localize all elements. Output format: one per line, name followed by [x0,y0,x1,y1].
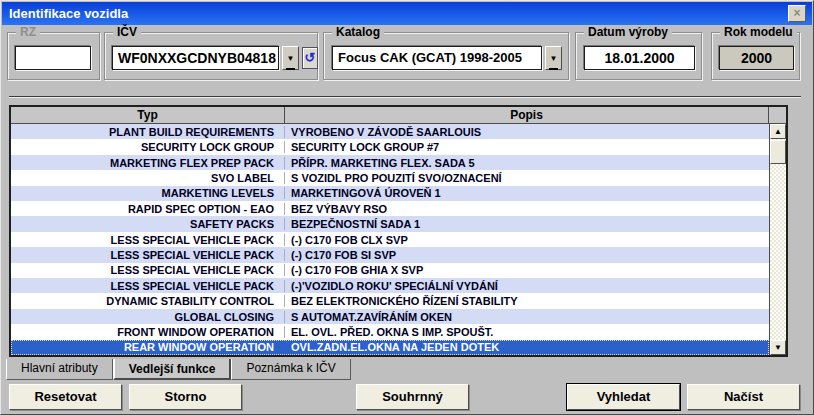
storno-button[interactable]: Storno [129,384,242,410]
cell-popis: BEZPEČNOSTNÍ SADA 1 [285,218,769,230]
rok-modelu-group: Rok modelu 2000 [711,32,800,80]
nacist-button[interactable]: Načíst [687,384,800,410]
rz-label: RZ [16,25,40,39]
scrollbar-track[interactable] [770,164,786,340]
table-row[interactable]: SVO LABELS VOZIDL PRO POUZITÍ SVO/OZNACE… [11,170,769,185]
window-title: Identifikace vozidla [9,6,128,21]
cell-popis: OVL.ZADN.EL.OKNA NA JEDEN DOTEK [285,341,769,353]
icv-history-button[interactable]: ↺ [302,47,318,69]
cell-popis: PŘÍPR. MARKETING FLEX. SADA 5 [285,157,769,169]
table-header: Typ Popis [11,107,786,124]
cell-popis: (-) C170 FOB GHIA X SVP [285,264,769,276]
cell-typ: GLOBAL CLOSING [11,311,285,323]
cell-popis: (-)'VOZIDLO ROKU' SPECIÁLNÍ VYDÁNÍ [285,280,769,292]
katalog-label: Katalog [332,25,384,39]
attributes-table: Typ Popis PLANT BUILD REQUIREMENTSVYROBE… [9,105,788,357]
rok-modelu-label: Rok modelu [720,25,797,39]
vyhledat-button[interactable]: Vyhledat [567,384,680,410]
cell-popis: (-) C170 FOB SI SVP [285,249,769,261]
column-header-popis[interactable]: Popis [285,107,769,123]
cell-popis: MARKETINGOVÁ ÚROVEŇ 1 [285,187,769,199]
table-row[interactable]: LESS SPECIAL VEHICLE PACK(-) C170 FOB SI… [11,247,769,262]
tab-bar: Hlavní atributy Vedlejší funkce Poznámka… [6,359,351,380]
cell-typ: PLANT BUILD REQUIREMENTS [11,126,285,138]
tab-vedlejsi-funkce[interactable]: Vedlejší funkce [113,359,232,380]
table-row[interactable]: GLOBAL CLOSINGS AUTOMAT.ZAVÍRÁNÍM OKEN [11,309,769,324]
scroll-up-icon[interactable]: ▲ [770,124,786,139]
icv-input[interactable]: WF0NXXGCDNYB04818 [112,46,279,70]
datum-vyroby-input[interactable]: 18.01.2000 [584,46,695,70]
rok-modelu-value: 2000 [719,46,794,70]
table-row[interactable]: PLANT BUILD REQUIREMENTSVYROBENO V ZÁVOD… [11,124,769,139]
column-header-scroll-spacer [769,107,786,123]
icv-dropdown-button[interactable]: ▼ [282,46,299,70]
katalog-group: Katalog Focus CAK (GCAT) 1998-2005 ▼ [323,32,569,80]
tab-hlavni-atributy[interactable]: Hlavní atributy [6,359,113,380]
table-row[interactable]: FRONT WINDOW OPERATIONEL. OVL. PŘED. OKN… [11,324,769,339]
souhrnny-button[interactable]: Souhrnný [356,384,469,410]
datum-vyroby-group: Datum výroby 18.01.2000 [575,32,702,80]
table-row[interactable]: RAPID SPEC OPTION - EAOBEZ VÝBAVY RSO [11,201,769,216]
cell-typ: MARKETING LEVELS [11,187,285,199]
table-row[interactable]: MARKETING LEVELSMARKETINGOVÁ ÚROVEŇ 1 [11,186,769,201]
cell-typ: SAFETY PACKS [11,218,285,230]
cell-popis: S AUTOMAT.ZAVÍRÁNÍM OKEN [285,311,769,323]
close-icon[interactable]: × [788,5,806,22]
cell-typ: REAR WINDOW OPERATION [11,341,285,353]
datum-vyroby-label: Datum výroby [584,25,672,39]
history-icon: ↺ [305,50,316,65]
rz-group: RZ [7,32,100,80]
cell-popis: BEZ ELEKTRONICKÉHO ŘÍZENÍ STABILITY [285,295,769,307]
cell-typ: LESS SPECIAL VEHICLE PACK [11,234,285,246]
titlebar[interactable]: Identifikace vozidla × [2,2,812,25]
scrollbar-thumb[interactable] [770,140,786,164]
cell-popis: (-) C170 FOB CLX SVP [285,234,769,246]
vertical-scrollbar[interactable]: ▲ ▼ [769,124,786,355]
column-header-typ[interactable]: Typ [11,107,285,123]
cell-typ: FRONT WINDOW OPERATION [11,326,285,338]
cell-typ: RAPID SPEC OPTION - EAO [11,203,285,215]
cell-popis: BEZ VÝBAVY RSO [285,203,769,215]
rz-input[interactable] [15,46,91,70]
cell-popis: VYROBENO V ZÁVODĚ SAARLOUIS [285,126,769,138]
table-row[interactable]: LESS SPECIAL VEHICLE PACK(-)'VOZIDLO ROK… [11,278,769,293]
scroll-down-icon[interactable]: ▼ [770,340,786,355]
table-row[interactable]: MARKETING FLEX PREP PACKPŘÍPR. MARKETING… [11,155,769,170]
table-row[interactable]: SAFETY PACKSBEZPEČNOSTNÍ SADA 1 [11,216,769,231]
icv-group: IČV WF0NXXGCDNYB04818 ▼ ↺ [104,32,318,80]
dropdown-icon: ▼ [549,50,559,70]
vehicle-identification-dialog: Identifikace vozidla × RZ IČV WF0NXXGCDN… [0,0,814,415]
cell-typ: SVO LABEL [11,172,285,184]
table-row[interactable]: LESS SPECIAL VEHICLE PACK(-) C170 FOB CL… [11,232,769,247]
tab-poznamka-k-icv[interactable]: Poznámka k IČV [231,359,350,380]
table-row-selected[interactable]: REAR WINDOW OPERATIONOVL.ZADN.EL.OKNA NA… [11,340,769,355]
cell-typ: LESS SPECIAL VEHICLE PACK [11,264,285,276]
cell-popis: EL. OVL. PŘED. OKNA S IMP. SPOUŠT. [285,326,769,338]
katalog-dropdown-button[interactable]: ▼ [545,46,562,70]
divider [9,96,801,98]
cell-typ: SECURITY LOCK GROUP [11,141,285,153]
dropdown-icon: ▼ [286,50,296,70]
resetovat-button[interactable]: Resetovat [9,384,122,410]
cell-typ: DYNAMIC STABILITY CONTROL [11,295,285,307]
table-row[interactable]: SECURITY LOCK GROUPSECURITY LOCK GROUP #… [11,139,769,154]
cell-popis: SECURITY LOCK GROUP #7 [285,141,769,153]
table-row[interactable]: LESS SPECIAL VEHICLE PACK(-) C170 FOB GH… [11,263,769,278]
icv-label: IČV [113,25,141,39]
katalog-input[interactable]: Focus CAK (GCAT) 1998-2005 [332,46,542,70]
cell-typ: LESS SPECIAL VEHICLE PACK [11,249,285,261]
cell-typ: MARKETING FLEX PREP PACK [11,157,285,169]
cell-popis: S VOZIDL PRO POUZITÍ SVO/OZNACENÍ [285,172,769,184]
table-row[interactable]: DYNAMIC STABILITY CONTROLBEZ ELEKTRONICK… [11,293,769,308]
cell-typ: LESS SPECIAL VEHICLE PACK [11,280,285,292]
table-rows: PLANT BUILD REQUIREMENTSVYROBENO V ZÁVOD… [11,124,769,355]
